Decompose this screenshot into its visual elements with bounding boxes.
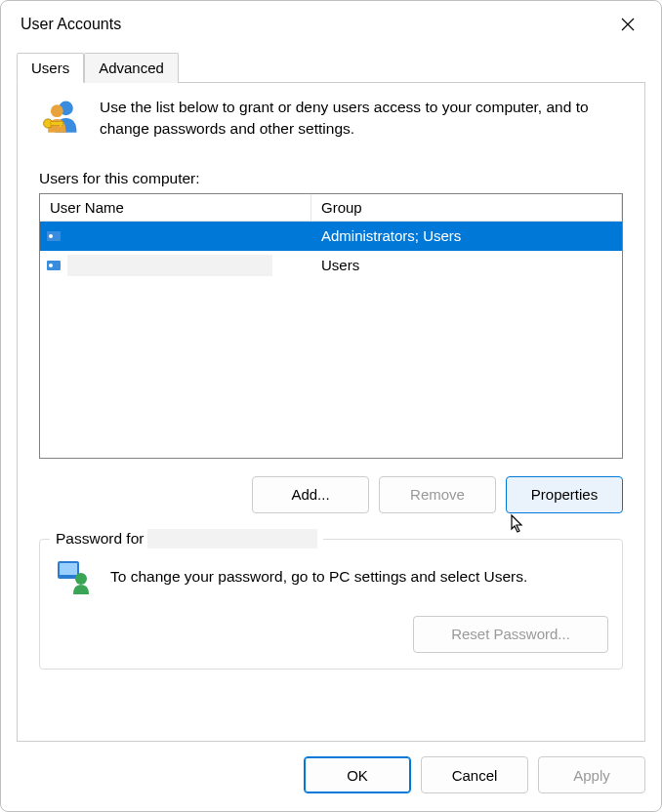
- dialog-footer: OK Cancel Apply: [1, 745, 661, 811]
- legend-prefix: Password for: [56, 530, 144, 548]
- tab-strip: Users Advanced: [17, 52, 645, 83]
- redacted-username: [67, 255, 272, 276]
- table-row[interactable]: Administrators; Users: [40, 222, 622, 251]
- remove-button: Remove: [379, 476, 496, 513]
- content-area: Users Advanced Use the list below to gra…: [1, 44, 661, 745]
- password-user-icon: [54, 557, 93, 596]
- cell-group: Administrators; Users: [311, 227, 622, 244]
- svg-point-1: [51, 104, 63, 117]
- properties-button[interactable]: Properties: [506, 476, 623, 513]
- column-header-group[interactable]: Group: [311, 194, 622, 221]
- redacted-username: [147, 529, 317, 548]
- reset-row: Reset Password...: [54, 616, 608, 653]
- svg-rect-10: [60, 563, 77, 575]
- cell-group: Users: [311, 257, 622, 273]
- intro-row: Use the list below to grant or deny user…: [39, 97, 623, 141]
- intro-text: Use the list below to grant or deny user…: [100, 97, 623, 141]
- window-title: User Accounts: [21, 16, 121, 33]
- close-icon: [621, 18, 635, 31]
- column-header-username[interactable]: User Name: [40, 194, 311, 221]
- reset-password-button: Reset Password...: [413, 616, 608, 653]
- close-button[interactable]: [606, 7, 649, 42]
- tab-panel-users: Use the list below to grant or deny user…: [17, 83, 645, 742]
- apply-button: Apply: [538, 756, 645, 793]
- cell-username: [40, 255, 311, 276]
- svg-point-6: [49, 234, 53, 238]
- user-list[interactable]: User Name Group Administrators; Users: [39, 193, 623, 459]
- cancel-button[interactable]: Cancel: [421, 756, 528, 793]
- password-legend: Password for: [50, 529, 323, 548]
- svg-rect-4: [60, 122, 62, 128]
- user-icon: [46, 258, 62, 273]
- add-button[interactable]: Add...: [252, 476, 369, 513]
- redacted-username: [67, 225, 272, 247]
- password-row: To change your password, go to PC settin…: [54, 557, 608, 596]
- tab-users[interactable]: Users: [17, 53, 84, 83]
- table-row[interactable]: Users: [40, 251, 622, 280]
- user-buttons: Add... Remove Properties: [39, 476, 623, 513]
- users-keys-icon: [39, 97, 82, 140]
- titlebar: User Accounts: [1, 1, 661, 44]
- tab-advanced[interactable]: Advanced: [84, 53, 179, 83]
- list-header: User Name Group: [40, 194, 622, 222]
- user-list-label: Users for this computer:: [39, 170, 623, 187]
- cursor-icon: [510, 513, 527, 535]
- cell-username: [40, 225, 311, 247]
- svg-point-8: [49, 264, 53, 267]
- password-instruction: To change your password, go to PC settin…: [110, 568, 527, 586]
- password-fieldset: Password for To change your password, go…: [39, 539, 623, 670]
- ok-button[interactable]: OK: [304, 756, 411, 793]
- svg-point-11: [75, 573, 87, 585]
- user-accounts-dialog: User Accounts Users Advanced Use the: [0, 0, 662, 812]
- user-icon: [46, 228, 62, 244]
